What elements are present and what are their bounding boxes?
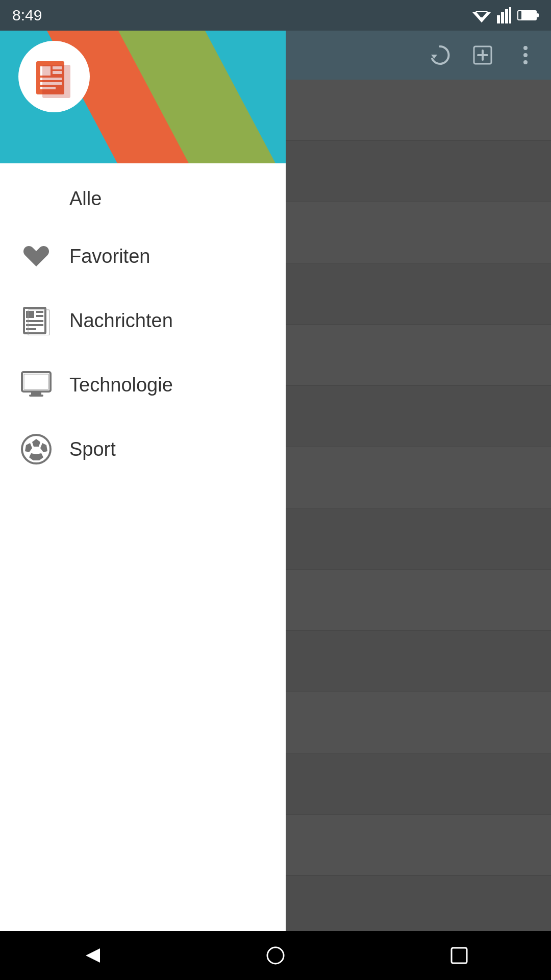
back-button[interactable]	[61, 940, 122, 971]
svg-marker-36	[32, 439, 40, 447]
scrim-overlay[interactable]	[286, 31, 551, 931]
status-bar: 8:49	[0, 0, 551, 31]
drawer: Alle Favoriten	[0, 0, 286, 980]
recents-button[interactable]	[429, 940, 490, 971]
drawer-menu: Alle Favoriten	[0, 163, 286, 980]
monitor-icon	[18, 367, 54, 403]
soccer-icon	[18, 431, 54, 467]
svg-rect-10	[537, 13, 539, 17]
sidebar-item-label-sport: Sport	[69, 438, 116, 460]
svg-rect-32	[31, 393, 41, 395]
sidebar-item-favoriten[interactable]: Favoriten	[0, 224, 286, 288]
more-button[interactable]	[510, 40, 541, 70]
svg-rect-4	[497, 15, 500, 23]
status-time: 8:49	[12, 7, 42, 24]
svg-point-44	[523, 46, 528, 50]
nav-bar	[0, 931, 551, 980]
refresh-button[interactable]	[424, 40, 455, 70]
sidebar-item-label-nachrichten: Nachrichten	[69, 310, 173, 332]
svg-marker-3	[478, 17, 486, 22]
svg-point-45	[523, 53, 528, 57]
svg-rect-49	[452, 948, 467, 963]
toolbar	[286, 31, 551, 80]
svg-marker-37	[25, 443, 32, 452]
logo-icon	[31, 54, 77, 100]
sidebar-item-label-technologie: Technologie	[69, 374, 173, 396]
svg-rect-7	[509, 7, 511, 23]
sidebar-item-label-alle: Alle	[69, 188, 102, 210]
home-button[interactable]	[245, 940, 306, 971]
svg-rect-5	[501, 12, 504, 23]
svg-point-46	[523, 60, 528, 64]
svg-rect-27	[26, 324, 43, 326]
svg-point-48	[267, 947, 284, 964]
status-icons	[472, 7, 539, 23]
svg-marker-38	[40, 443, 47, 452]
svg-rect-23	[26, 311, 34, 318]
sidebar-item-nachrichten[interactable]: Nachrichten	[0, 288, 286, 353]
svg-rect-31	[24, 374, 48, 389]
signal-icon	[497, 7, 511, 23]
svg-rect-25	[36, 315, 43, 317]
svg-rect-21	[42, 65, 70, 98]
svg-marker-39	[29, 453, 43, 460]
sidebar-item-sport[interactable]: Sport	[0, 417, 286, 481]
svg-rect-26	[26, 320, 43, 322]
svg-rect-6	[505, 9, 508, 23]
svg-rect-30	[22, 372, 51, 391]
sidebar-item-technologie[interactable]: Technologie	[0, 353, 286, 417]
heart-icon	[18, 238, 54, 274]
sidebar-item-alle[interactable]: Alle	[0, 174, 286, 224]
add-button[interactable]	[467, 40, 498, 70]
svg-marker-47	[86, 948, 100, 963]
battery-icon	[517, 9, 539, 21]
app-logo	[18, 41, 90, 112]
svg-rect-33	[29, 395, 43, 397]
svg-rect-24	[36, 311, 43, 313]
newspaper-icon	[18, 303, 54, 338]
sidebar-item-label-favoriten: Favoriten	[69, 246, 150, 267]
svg-rect-9	[518, 11, 521, 19]
wifi-icon	[472, 8, 491, 22]
